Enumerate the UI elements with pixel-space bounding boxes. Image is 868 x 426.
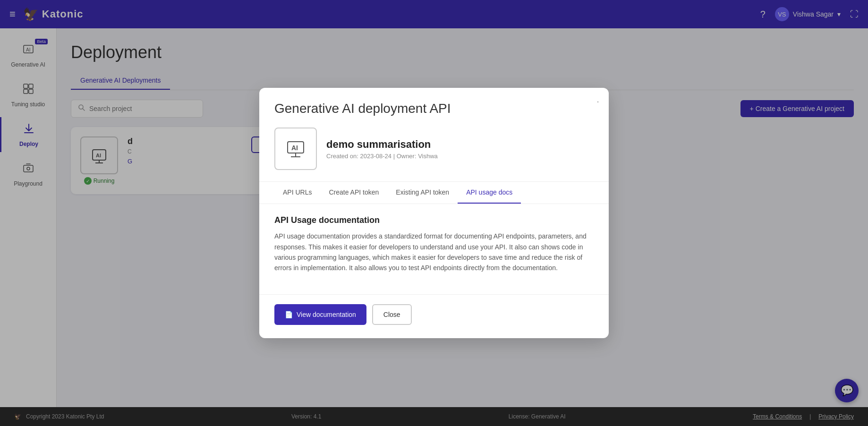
view-doc-label: View documentation [297, 311, 356, 318]
modal-title: Generative AI deployment API [274, 101, 594, 116]
svg-text:AI: AI [291, 144, 298, 152]
modal: Generative AI deployment API · AI demo s… [259, 88, 609, 338]
modal-tabs: API URLs Create API token Existing API t… [259, 182, 609, 204]
modal-project-icon: AI [274, 128, 317, 170]
modal-close-button[interactable]: · [596, 95, 599, 108]
tab-create-api-token[interactable]: Create API token [320, 182, 387, 204]
modal-project-details: demo summarisation Created on: 2023-08-2… [326, 138, 438, 160]
modal-header: Generative AI deployment API · [259, 88, 609, 116]
modal-project-meta: Created on: 2023-08-24 | Owner: Vishwa [326, 153, 438, 160]
modal-overlay[interactable]: Generative AI deployment API · AI demo s… [0, 0, 868, 426]
modal-body: API Usage documentation API usage docume… [259, 204, 609, 285]
modal-project-info: AI demo summarisation Created on: 2023-0… [259, 128, 609, 182]
modal-section-title: API Usage documentation [274, 215, 594, 225]
modal-divider [259, 294, 609, 295]
modal-project-name: demo summarisation [326, 138, 438, 151]
document-icon: 📄 [285, 311, 293, 318]
modal-footer: 📄 View documentation Close [259, 304, 609, 338]
view-documentation-button[interactable]: 📄 View documentation [274, 304, 366, 325]
tab-api-urls[interactable]: API URLs [274, 182, 320, 204]
close-button[interactable]: Close [372, 304, 412, 325]
modal-section-text: API usage documentation provides a stand… [274, 231, 594, 273]
tab-api-usage-docs[interactable]: API usage docs [458, 182, 521, 204]
tab-existing-api-token[interactable]: Existing API token [387, 182, 458, 204]
